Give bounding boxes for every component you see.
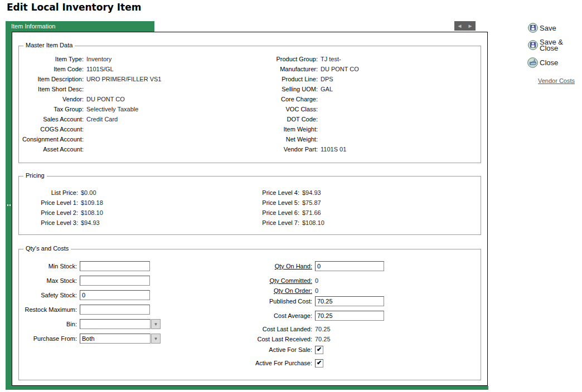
master-right-column: Product Group:TJ test- Manufacturer:DU P… (235, 54, 359, 154)
price-level-5-label: Price Level 5: (235, 199, 299, 206)
purchase-from-combobox[interactable]: Both ▼ (80, 334, 161, 344)
qty-on-hand-input[interactable] (315, 261, 384, 271)
active-for-sale-label: Active For Sale: (235, 346, 312, 353)
close-button-label: Close (540, 58, 558, 67)
master-left-column: Item Type:Inventory Item Code:1101S/GL I… (21, 54, 161, 154)
price-level-6-label: Price Level 6: (235, 209, 299, 216)
groupbox-pricing: Pricing List Price:$0.00 Price Level 1:$… (18, 176, 481, 235)
active-for-purchase-checkbox[interactable]: ✔ (315, 359, 323, 367)
vendor-value: DU PONT CO (86, 96, 125, 102)
max-stock-input[interactable] (80, 276, 150, 286)
safety-stock-row: Safety Stock: (21, 290, 150, 300)
price-level-4-value: $94.93 (302, 189, 321, 196)
cost-last-landed-value: 70.25 (315, 326, 331, 332)
form-panel: Master Item Data Item Type:Inventory Ite… (12, 32, 488, 386)
groupbox-title: Qty's and Costs (23, 245, 71, 252)
product-line-row: Product Line:DPS (235, 74, 359, 84)
close-button[interactable]: Close (527, 57, 558, 68)
cost-last-received-row: Cost Last Received: 70.25 (235, 334, 331, 344)
price-level-5-row: Price Level 5:$75.87 (235, 198, 324, 208)
min-stock-input[interactable] (80, 261, 150, 271)
consignment-account-row: Consignment Account: (21, 134, 161, 144)
record-nav-bar: ◄ ► (454, 21, 476, 31)
cost-last-landed-label: Cost Last Landed: (235, 326, 312, 332)
selling-uom-value: GAL (321, 86, 333, 92)
asset-account-row: Asset Account: (21, 144, 161, 154)
active-for-purchase-label: Active For Purchase: (235, 360, 312, 366)
qty-committed-link-label[interactable]: Qty Committed: (235, 277, 312, 284)
cost-last-received-label: Cost Last Received: (235, 336, 312, 342)
vendor-part-value: 1101S 01 (321, 146, 346, 153)
purchase-from-combobox-value[interactable]: Both (80, 334, 151, 344)
purchase-from-dropdown-arrow-icon[interactable]: ▼ (151, 334, 161, 344)
groupbox-title: Master Item Data (23, 42, 75, 48)
save-and-close-line2: Close (540, 45, 563, 51)
safety-stock-label: Safety Stock: (21, 292, 77, 298)
price-level-2-label: Price Level 2: (21, 209, 78, 216)
min-stock-label: Min Stock: (21, 263, 77, 270)
prev-record-icon[interactable]: ◄ (454, 21, 465, 31)
vendor-part-row: Vendor Part:1101S 01 (235, 144, 359, 154)
cost-average-row: Cost Average: (235, 311, 384, 321)
qty-on-order-value: 0 (315, 287, 318, 294)
cost-last-received-value: 70.25 (315, 336, 331, 342)
qty-on-hand-link-label[interactable]: Qty On Hand: (235, 263, 312, 270)
qty-on-order-row: Qty On Order: 0 (235, 286, 318, 296)
groupbox-master-item-data: Master Item Data Item Type:Inventory Ite… (18, 46, 481, 163)
restock-maximum-row: Restock Maximum: (21, 305, 150, 315)
active-for-sale-checkbox[interactable]: ✔ (315, 346, 323, 354)
save-button[interactable]: Save (528, 23, 556, 33)
qty-on-order-link-label[interactable]: Qty On Order: (235, 287, 312, 294)
product-group-row: Product Group:TJ test- (235, 54, 359, 64)
vendor-label: Vendor: (21, 96, 84, 102)
net-weight-label: Net Weight: (235, 136, 318, 143)
manufacturer-label: Manufacturer: (235, 66, 318, 72)
cost-last-landed-row: Cost Last Landed: 70.25 (235, 324, 331, 334)
restock-maximum-input[interactable] (80, 305, 150, 315)
voc-class-row: VOC Class: (235, 104, 359, 114)
published-cost-input[interactable] (315, 296, 384, 306)
cost-average-input[interactable] (315, 311, 384, 321)
dot-code-label: DOT Code: (235, 116, 318, 122)
cogs-account-row: COGS Account: (21, 124, 161, 134)
purchase-from-row: Purchase From: Both ▼ (21, 334, 161, 344)
next-record-icon[interactable]: ► (465, 21, 476, 31)
cost-average-label: Cost Average: (235, 312, 312, 319)
page-title: Edit Local Inventory Item (7, 2, 142, 13)
selling-uom-row: Selling UOM:GAL (235, 84, 359, 94)
groupbox-title: Pricing (23, 172, 47, 179)
price-level-4-row: Price Level 4:$94.93 (235, 188, 324, 198)
save-and-close-button[interactable]: Save & Close (528, 39, 563, 51)
qty-committed-value: 0 (315, 277, 318, 284)
bin-dropdown-arrow-icon[interactable]: ▼ (151, 319, 161, 329)
item-description-row: Item Description:URO PRIMER/FILLER VS1 (21, 74, 161, 84)
cogs-account-label: COGS Account: (21, 126, 84, 133)
sales-account-row: Sales Account:Credit Card (21, 114, 161, 124)
save-button-label: Save (540, 24, 556, 32)
price-level-1-value: $109.18 (81, 199, 103, 206)
vendor-costs-link[interactable]: Vendor Costs (538, 77, 575, 84)
bin-combobox[interactable]: ▼ (80, 319, 161, 329)
save-floppy-icon (528, 23, 538, 33)
item-type-label: Item Type: (21, 56, 84, 62)
price-level-2-row: Price Level 2:$108.10 (21, 208, 103, 218)
price-level-6-value: $71.66 (302, 209, 321, 216)
item-short-desc-label: Item Short Desc: (21, 86, 84, 92)
list-price-row: List Price:$0.00 (21, 188, 103, 198)
tax-group-row: Tax Group:Selectively Taxable (21, 104, 161, 114)
vendor-part-label: Vendor Part: (235, 146, 318, 153)
purchase-from-label: Purchase From: (21, 335, 77, 342)
bin-combobox-value[interactable] (80, 319, 151, 329)
price-level-7-value: $108.10 (302, 219, 324, 226)
price-level-1-label: Price Level 1: (21, 199, 78, 206)
tab-item-information[interactable]: Item Information (7, 21, 154, 32)
bin-label: Bin: (21, 321, 77, 327)
product-line-label: Product Line: (235, 76, 318, 82)
safety-stock-input[interactable] (80, 290, 150, 300)
item-code-value: 1101S/GL (86, 66, 114, 72)
price-level-3-row: Price Level 3:$94.93 (21, 218, 103, 228)
pricing-left-column: List Price:$0.00 Price Level 1:$109.18 P… (21, 188, 103, 228)
price-level-3-value: $94.93 (81, 219, 100, 226)
groupbox-qtys-and-costs: Qty's and Costs Min Stock: Max Stock: Sa… (18, 249, 481, 380)
price-level-6-row: Price Level 6:$71.66 (235, 208, 324, 218)
